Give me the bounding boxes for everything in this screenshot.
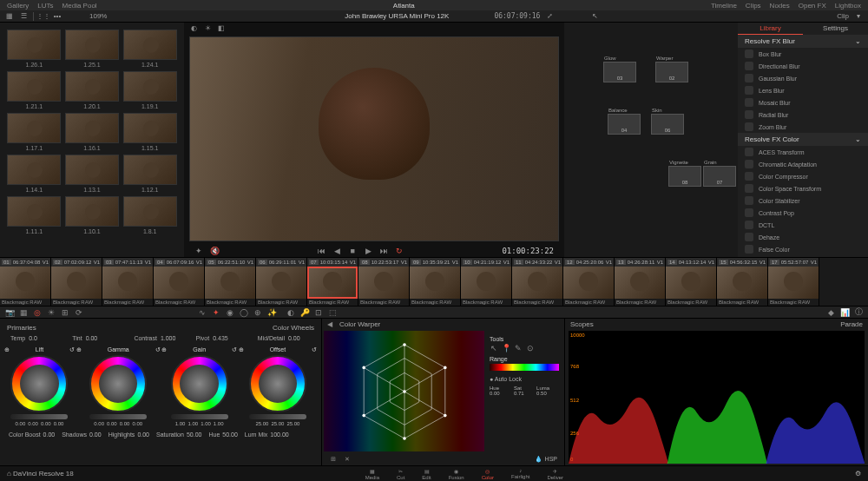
fx-blur-header[interactable]: Resolve FX Blur⌄ [738,35,868,48]
reset-icon[interactable]: ↺ [232,346,237,353]
pivot-value[interactable]: 0.435 [213,335,228,341]
clips-toggle[interactable]: Clips [746,2,761,10]
expand-icon[interactable]: ⤢ [545,12,554,21]
gallery-thumb[interactable]: 1.17.1 [7,113,62,151]
wheel-value[interactable]: 25.00 [255,421,268,426]
page-edit[interactable]: ▤Edit [422,468,431,480]
fx-item[interactable]: False Color [738,243,868,255]
sort-icon[interactable]: ⋮⋮ [39,12,48,21]
fx-item[interactable]: Radial Blur [738,109,868,121]
warper-icon[interactable]: ✦ [212,308,220,317]
range-spectrum[interactable] [490,364,559,371]
autolock-toggle[interactable]: Auto Lock [495,376,522,382]
contrast-value[interactable]: 1.000 [161,335,176,341]
grid-icon[interactable]: ▦ [5,12,14,21]
wheel-value[interactable]: 25.00 [286,421,299,426]
timeline-clip[interactable]: 1104:24:33:22V1 Blackmagic RAW [512,258,563,306]
fx-item[interactable]: Color Space Transform [738,182,868,194]
lightbox-toggle[interactable]: Lightbox [835,2,861,10]
page-media[interactable]: ▦Media [365,468,379,480]
settings-tab[interactable]: Settings [803,23,868,35]
gallery-thumb[interactable]: 1.16.1 [65,113,120,151]
wheel-value[interactable]: 1.00 [214,421,224,426]
wheel-value[interactable]: 0.00 [28,421,38,426]
timeline-clip[interactable]: 1204:25:20:06V1 Blackmagic RAW [563,258,615,306]
expand-icon[interactable]: ⊕ [161,346,167,353]
node-skin[interactable]: Skin06 [651,114,684,135]
color-checker-icon[interactable]: ▦ [19,308,28,317]
timeline-clip[interactable]: 1504:56:32:15V1 Blackmagic RAW [717,258,768,306]
reset-icon[interactable]: ↺ [155,346,161,353]
wheel-value[interactable]: 0.00 [120,421,130,426]
hsp-mode[interactable]: HSP [545,456,557,462]
node-balance[interactable]: Balance04 [608,114,641,135]
cursor-icon[interactable]: ↖ [590,12,599,21]
bypass-icon[interactable]: ◐ [189,23,198,32]
node-warper[interactable]: Warper02 [655,62,688,82]
timeline-clip[interactable]: 0810:22:53:17V1 Blackmagic RAW [358,258,410,306]
pull-tool-icon[interactable]: ⊙ [526,344,535,353]
scope-mode[interactable]: Parade [840,320,863,328]
loop-icon[interactable]: ↻ [395,247,404,255]
collapse-icon[interactable]: ⌄ [855,135,861,143]
master-slider[interactable] [89,414,147,419]
fx-item[interactable]: Dehaze [738,231,868,243]
motion-icon[interactable]: ⟳ [75,308,83,317]
param-value[interactable]: 0.00 [137,432,149,438]
eyedropper-icon[interactable]: 💧 [535,455,543,464]
param-value[interactable]: 0.00 [43,432,56,438]
fx-item[interactable]: DCTL [738,219,868,231]
node-grain[interactable]: Grain07 [703,166,736,187]
thumbnail-timeline[interactable]: 0106:37:04:08V1 Blackmagic RAW 0207:02:0… [0,257,868,306]
mute-icon[interactable]: 🔇 [210,247,219,255]
middetail-value[interactable]: 0.00 [288,335,300,341]
camera-raw-icon[interactable]: 📷 [5,308,14,317]
expand-icon[interactable]: ⊕ [239,346,244,353]
keyframe-icon[interactable]: ◆ [826,308,835,317]
wheel-value[interactable]: 0.00 [107,421,117,426]
node-glow[interactable]: Glow03 [603,62,636,82]
draw-tool-icon[interactable]: ✎ [514,344,523,353]
color-wheel[interactable] [10,355,68,412]
info-icon[interactable]: ⓘ [854,308,863,317]
blur-icon[interactable]: ◐ [286,308,295,317]
wheel-value[interactable]: 0.00 [94,421,104,426]
home-button[interactable]: ⌂ DaVinci Resolve 18 [7,470,74,478]
timeline-clip[interactable]: 0710:03:15:14V1 Blackmagic RAW [307,258,358,306]
wheel-value[interactable]: 1.00 [201,421,211,426]
param-value[interactable]: 0.00 [89,432,102,438]
param-value[interactable]: 100.00 [270,432,288,438]
luma-value[interactable]: 0.50 [536,391,547,396]
gallery-thumb[interactable]: 1.25.1 [65,30,120,68]
timeline-clip[interactable]: 0406:07:09:16V1 Blackmagic RAW [154,258,205,306]
timeline-clip[interactable]: 0506:22:51:10V1 Blackmagic RAW [205,258,256,306]
gallery-thumb[interactable]: 1.14.1 [7,155,62,193]
timeline-clip[interactable]: 1004:21:19:12V1 Blackmagic RAW [461,258,512,306]
timeline-clip[interactable]: 1404:13:12:14V1 Blackmagic RAW [666,258,717,306]
page-color[interactable]: ◎Color [482,468,494,480]
settings-gear-icon[interactable]: ⚙ [855,470,861,478]
mediapool-tab[interactable]: Media Pool [62,2,97,10]
gallery-thumb[interactable]: 1.15.1 [122,113,177,151]
fx-item[interactable]: ACES Transform [738,146,868,158]
gallery-thumb[interactable]: 1.24.1 [122,30,177,68]
parade-scope[interactable]: 10000 768 512 256 0 [569,331,865,464]
wheel-value[interactable]: 1.00 [187,421,198,426]
wheel-value[interactable]: 0.00 [41,421,51,426]
timeline-clip[interactable]: 1705:52:57:07V1 Blackmagic RAW [768,258,819,306]
tint-value[interactable]: 0.00 [86,335,98,341]
marker-icon[interactable]: ✦ [194,247,203,255]
gallery-thumb[interactable]: 1.20.1 [65,71,120,109]
clip-dropdown[interactable]: Clip [837,12,849,20]
collapse-icon[interactable]: ⌄ [855,37,861,45]
param-value[interactable]: 50.00 [187,432,202,438]
zoom-level[interactable]: 109% [89,12,107,20]
gallery-tab[interactable]: Gallery [7,2,29,10]
master-slider[interactable] [10,414,68,419]
wheel-value[interactable]: 1.00 [175,421,186,426]
grid-mode-icon[interactable]: ⊞ [329,455,338,464]
page-cut[interactable]: ✂Cut [397,468,404,480]
temp-value[interactable]: 0.0 [29,335,37,341]
transport-timecode[interactable]: 01:00:23:22 [502,247,554,255]
fx-item[interactable]: Chromatic Adaptation [738,158,868,170]
